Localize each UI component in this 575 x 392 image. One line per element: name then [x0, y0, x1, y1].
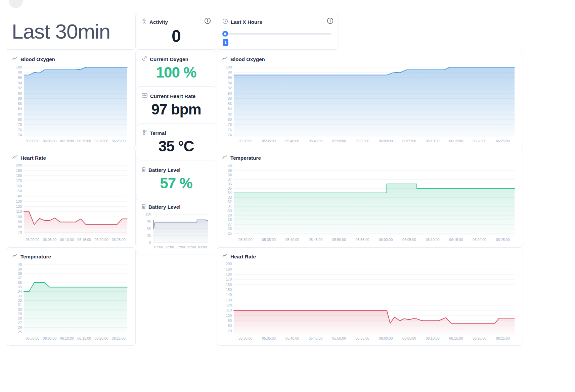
svg-text:28: 28 — [18, 316, 22, 320]
svg-text:35: 35 — [228, 186, 232, 190]
svg-text:98: 98 — [228, 70, 232, 74]
svg-text:05:50:00: 05:50:00 — [332, 336, 346, 340]
svg-text:29: 29 — [18, 312, 22, 316]
svg-text:06:05:00: 06:05:00 — [43, 238, 57, 242]
chart-title: Temperature — [230, 155, 261, 161]
svg-text:05:50:00: 05:50:00 — [332, 139, 346, 143]
svg-text:06:00:00: 06:00:00 — [26, 336, 39, 340]
svg-text:130: 130 — [226, 298, 232, 302]
svg-text:05:55:00: 05:55:00 — [356, 336, 369, 340]
svg-text:06:25:00: 06:25:00 — [496, 139, 510, 143]
heart-rate-1h-card: Heart Rate 20019018017016015014013012011… — [217, 247, 523, 346]
svg-text:100: 100 — [16, 65, 22, 69]
svg-text:60: 60 — [147, 226, 151, 230]
svg-text:26: 26 — [228, 227, 232, 231]
svg-text:110: 110 — [16, 209, 22, 213]
svg-text:40: 40 — [18, 262, 22, 266]
svg-text:76: 76 — [228, 128, 232, 132]
heart-rate-1h-chart[interactable]: 2001901801701601501401301201101009080700… — [222, 260, 517, 341]
svg-text:25: 25 — [228, 231, 232, 235]
info-icon[interactable] — [204, 17, 211, 24]
svg-text:06:15:00: 06:15:00 — [77, 336, 91, 340]
battery-icon — [142, 166, 146, 174]
heart-rate-30min-chart[interactable]: 2001901801701601501401301201101009080700… — [12, 162, 130, 243]
svg-text:37: 37 — [228, 177, 232, 181]
svg-text:150: 150 — [226, 288, 232, 292]
card-title: Current Oxygen — [150, 56, 188, 62]
svg-text:05:30:00: 05:30:00 — [238, 238, 252, 242]
current-oxygen-card: Current Oxygen 100 % — [136, 50, 216, 87]
card-title: Current Heart Rate — [150, 93, 195, 99]
svg-text:140: 140 — [226, 293, 232, 297]
svg-text:05:40:00: 05:40:00 — [285, 336, 299, 340]
svg-text:05:45:00: 05:45:00 — [309, 139, 322, 143]
svg-text:180: 180 — [16, 174, 22, 178]
svg-text:80: 80 — [228, 117, 232, 121]
svg-text:32: 32 — [18, 298, 22, 302]
svg-text:33: 33 — [18, 294, 22, 298]
svg-text:05:45:00: 05:45:00 — [309, 336, 322, 340]
last-30min-title-card: Last 30min — [7, 13, 136, 50]
svg-text:39: 39 — [18, 267, 22, 271]
column-last-30min: Last 30min Blood Oxygen 1009896949290888… — [7, 13, 136, 346]
svg-text:31: 31 — [228, 204, 232, 208]
blood-oxygen-1h-chart[interactable]: 1009896949290888684828078767405:30:0005:… — [222, 63, 517, 144]
svg-text:96: 96 — [18, 76, 22, 80]
svg-text:90: 90 — [228, 318, 232, 323]
battery-level-value: 57 % — [142, 175, 211, 192]
blood-oxygen-30min-chart[interactable]: 1009896949290888684828078767406:00:0006:… — [12, 63, 130, 144]
svg-text:40: 40 — [228, 164, 232, 168]
svg-text:86: 86 — [18, 102, 22, 106]
termal-card: A Termal 35 °C — [136, 124, 216, 160]
svg-text:06:25:00: 06:25:00 — [112, 139, 126, 143]
svg-text:86: 86 — [228, 102, 232, 106]
page-title: Last 30min — [12, 19, 110, 43]
svg-text:22:00: 22:00 — [187, 245, 196, 249]
svg-text:30: 30 — [18, 307, 22, 311]
svg-text:07:00: 07:00 — [154, 245, 163, 249]
battery-level-chart[interactable]: 120906030007:0012:0017:0022:0003:00 — [142, 211, 211, 250]
info-icon[interactable] — [326, 17, 334, 24]
slider-handle[interactable] — [222, 31, 228, 37]
svg-text:32: 32 — [228, 200, 232, 204]
card-title: Last X Hours — [231, 19, 262, 25]
temperature-30min-chart[interactable]: 4039383736353433323130292827262506:00:00… — [12, 260, 130, 341]
svg-text:06:20:00: 06:20:00 — [473, 238, 486, 242]
svg-text:05:30:00: 05:30:00 — [238, 139, 252, 143]
svg-text:06:20:00: 06:20:00 — [95, 336, 108, 340]
svg-text:06:25:00: 06:25:00 — [112, 336, 126, 340]
line-chart-icon — [222, 155, 228, 161]
svg-text:06:25:00: 06:25:00 — [496, 238, 510, 242]
slider-track[interactable] — [225, 33, 331, 35]
svg-text:80: 80 — [18, 117, 22, 121]
svg-text:82: 82 — [18, 112, 22, 116]
svg-text:78: 78 — [18, 122, 22, 127]
svg-text:31: 31 — [18, 303, 22, 307]
svg-text:200: 200 — [16, 163, 22, 167]
svg-text:190: 190 — [226, 267, 232, 271]
svg-text:90: 90 — [18, 91, 22, 95]
chart-title: Temperature — [20, 254, 51, 259]
chart-title: Heart Rate — [230, 254, 256, 259]
column-current-stats: Activity 0 Current Oxygen 100 % Current … — [136, 13, 216, 346]
svg-text:30: 30 — [147, 233, 151, 237]
svg-text:30: 30 — [228, 209, 232, 213]
svg-text:06:05:00: 06:05:00 — [402, 139, 416, 143]
svg-text:80: 80 — [228, 324, 232, 328]
svg-text:130: 130 — [16, 199, 22, 203]
temperature-1h-chart[interactable]: 4039383736353433323130292827262505:30:00… — [222, 162, 517, 243]
svg-text:06:25:00: 06:25:00 — [496, 336, 510, 340]
svg-text:34: 34 — [18, 289, 22, 293]
svg-text:06:20:00: 06:20:00 — [95, 238, 108, 242]
clock-icon — [222, 18, 228, 26]
svg-text:92: 92 — [228, 86, 232, 90]
termal-value: 35 °C — [142, 138, 211, 155]
pulse-icon — [142, 93, 147, 99]
svg-text:06:15:00: 06:15:00 — [449, 336, 463, 340]
svg-text:06:05:00: 06:05:00 — [402, 336, 416, 340]
svg-text:06:15:00: 06:15:00 — [77, 139, 91, 143]
svg-text:A: A — [145, 130, 147, 132]
svg-text:06:10:00: 06:10:00 — [426, 336, 440, 340]
hours-slider: 1 — [222, 31, 333, 45]
svg-text:38: 38 — [228, 173, 232, 177]
